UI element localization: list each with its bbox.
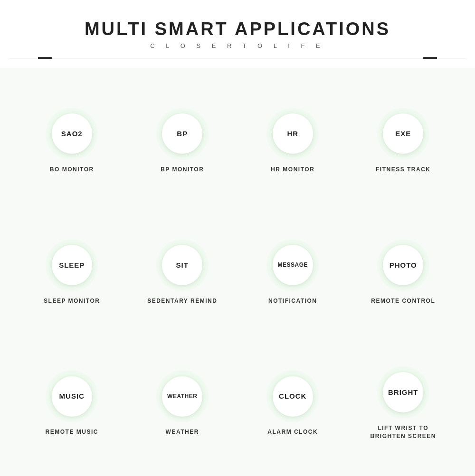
app-description-sit: SEDENTARY REMIND: [147, 297, 217, 305]
app-circle-clock: CLOCK: [273, 376, 313, 417]
page-wrapper: MULTI SMART APPLICATIONS C L O S E R T O…: [0, 0, 475, 476]
app-circle-label-bp: BP: [177, 130, 188, 138]
app-description-exe: FITNESS TRACK: [376, 166, 431, 174]
app-circle-hr: HR: [273, 113, 313, 154]
app-item-exe[interactable]: EXEFITNESS TRACK: [351, 77, 456, 204]
app-description-bright: LIFT WRIST TOBRIGHTEN SCREEN: [370, 424, 436, 440]
app-description-weather: WEATHER: [166, 428, 199, 436]
app-circle-music: MUSIC: [52, 376, 92, 417]
app-description-clock: ALARM CLOCK: [267, 428, 318, 436]
app-description-hr: HR MONITOR: [271, 166, 314, 174]
app-circle-wrapper-message: MESSAGE: [266, 239, 319, 291]
app-circle-message: MESSAGE: [273, 245, 313, 285]
app-item-bp[interactable]: BPBP MONITOR: [130, 77, 236, 204]
app-circle-label-sleep: SLEEP: [59, 261, 85, 270]
app-description-music: REMOTE MUSIC: [46, 428, 98, 436]
app-circle-label-bright: BRIGHT: [388, 388, 418, 397]
app-circle-wrapper-exe: EXE: [377, 108, 429, 160]
app-circle-label-message: MESSAGE: [277, 261, 308, 268]
app-circle-label-music: MUSIC: [59, 392, 85, 401]
app-circle-photo: PHOTO: [383, 245, 423, 285]
apps-grid: SAO2BO MONITORBPBP MONITORHRHR MONITOREX…: [0, 68, 475, 476]
app-circle-sleep: SLEEP: [52, 245, 92, 285]
app-circle-label-sit: SIT: [176, 261, 189, 270]
app-item-sit[interactable]: SITSEDENTARY REMIND: [130, 209, 236, 336]
app-circle-wrapper-music: MUSIC: [46, 370, 98, 422]
app-circle-sit: SIT: [162, 245, 202, 285]
app-circle-label-photo: PHOTO: [390, 261, 417, 270]
app-circle-sao2: SAO2: [52, 113, 92, 154]
app-description-sao2: BO MONITOR: [50, 166, 94, 174]
app-circle-label-hr: HR: [287, 130, 298, 138]
header-section: MULTI SMART APPLICATIONS C L O S E R T O…: [0, 0, 475, 68]
app-circle-wrapper-sit: SIT: [156, 239, 209, 291]
app-item-bright[interactable]: BRIGHTLIFT WRIST TOBRIGHTEN SCREEN: [351, 340, 456, 467]
app-item-clock[interactable]: CLOCKALARM CLOCK: [240, 340, 346, 467]
app-circle-label-clock: CLOCK: [279, 392, 306, 401]
app-circle-label-exe: EXE: [395, 130, 411, 138]
app-item-music[interactable]: MUSICREMOTE MUSIC: [19, 340, 125, 467]
app-circle-label-sao2: SAO2: [61, 130, 83, 138]
app-description-sleep: SLEEP MONITOR: [44, 297, 100, 305]
main-title: MULTI SMART APPLICATIONS: [10, 19, 466, 39]
app-description-bp: BP MONITOR: [161, 166, 204, 174]
app-circle-wrapper-hr: HR: [266, 108, 319, 160]
app-circle-wrapper-bright: BRIGHT: [377, 366, 429, 419]
app-circle-weather: WEATHER: [162, 376, 202, 417]
app-circle-wrapper-clock: CLOCK: [266, 370, 319, 422]
app-item-hr[interactable]: HRHR MONITOR: [240, 77, 346, 204]
app-item-weather[interactable]: WEATHERWEATHER: [130, 340, 236, 467]
app-item-photo[interactable]: PHOTOREMOTE CONTROL: [351, 209, 456, 336]
app-circle-wrapper-sao2: SAO2: [46, 108, 98, 160]
app-circle-wrapper-photo: PHOTO: [377, 239, 429, 291]
app-item-sao2[interactable]: SAO2BO MONITOR: [19, 77, 125, 204]
app-circle-wrapper-weather: WEATHER: [156, 370, 209, 422]
divider-line: [10, 58, 466, 58]
app-item-message[interactable]: MESSAGENOTIFICATION: [240, 209, 346, 336]
app-circle-label-weather: WEATHER: [167, 393, 197, 400]
app-description-photo: REMOTE CONTROL: [371, 297, 435, 305]
app-description-message: NOTIFICATION: [268, 297, 317, 305]
app-circle-wrapper-sleep: SLEEP: [46, 239, 98, 291]
subtitle: C L O S E R T O L I F E: [10, 42, 466, 49]
app-circle-wrapper-bp: BP: [156, 108, 209, 160]
app-item-sleep[interactable]: SLEEPSLEEP MONITOR: [19, 209, 125, 336]
